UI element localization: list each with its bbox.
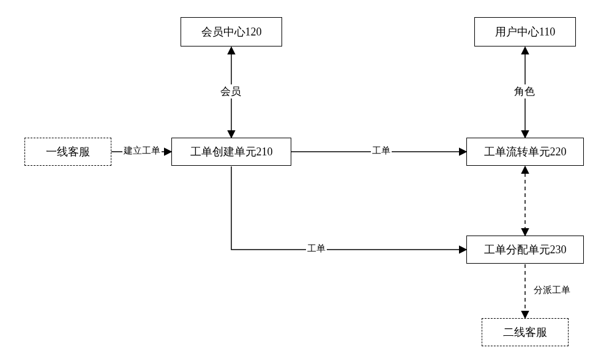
edge-label-ticket1: 工单 [371,145,392,157]
node-user-center: 用户中心110 [474,17,576,46]
node-assign-unit-label: 工单分配单元230 [484,242,567,257]
connectors [0,0,612,364]
node-secondline-service: 二线客服 [482,318,569,346]
node-user-center-label: 用户中心110 [495,24,555,39]
node-assign-unit: 工单分配单元230 [466,236,584,264]
node-flow-unit-label: 工单流转单元220 [484,144,567,159]
node-create-unit: 工单创建单元210 [171,138,291,166]
node-flow-unit: 工单流转单元220 [466,138,584,166]
node-secondline-service-label: 二线客服 [503,325,547,340]
edge-label-dispatch-ticket: 分派工单 [532,284,572,296]
node-create-unit-label: 工单创建单元210 [190,144,273,159]
diagram-canvas: 会员中心120 用户中心110 一线客服 工单创建单元210 工单流转单元220… [0,0,612,364]
edge-label-ticket2: 工单 [306,243,327,254]
node-frontline-service-label: 一线客服 [46,144,90,159]
edge-label-role: 角色 [513,84,536,98]
node-member-center-label: 会员中心120 [201,24,262,39]
edge-label-create-ticket: 建立工单 [122,145,162,157]
edge-label-member: 会员 [219,84,242,98]
node-frontline-service: 一线客服 [24,138,111,166]
node-member-center: 会员中心120 [181,17,282,46]
